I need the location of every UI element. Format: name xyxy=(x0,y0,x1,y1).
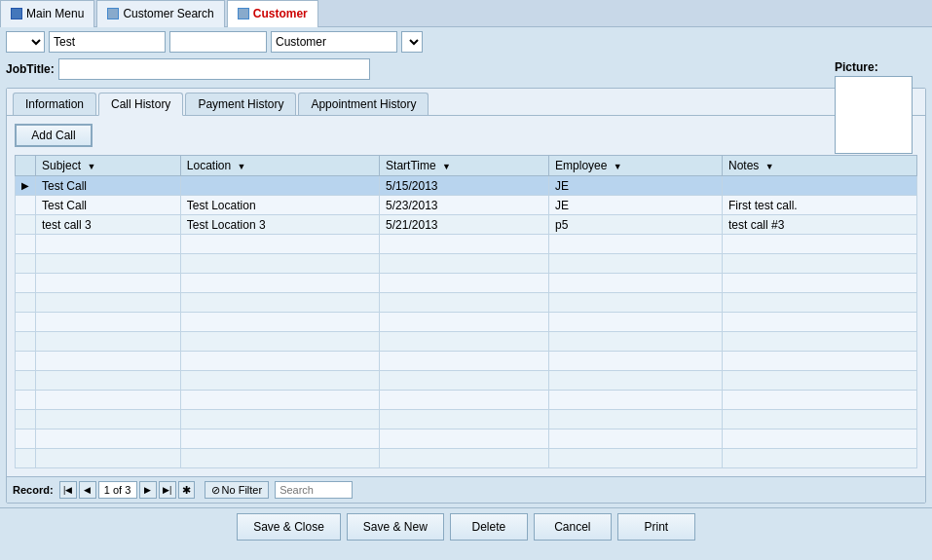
cell-employee: p5 xyxy=(549,215,723,235)
starttime-sort-icon: ▼ xyxy=(442,162,451,171)
row-indicator: ▶ xyxy=(16,176,36,196)
nav-next-button[interactable]: ▶ xyxy=(139,481,157,499)
tab-appointment-history-label: Appointment History xyxy=(311,97,416,111)
cell-starttime: 5/15/2013 xyxy=(380,176,549,196)
cell-notes xyxy=(723,176,917,196)
empty-row xyxy=(16,352,917,371)
tab-call-history-label: Call History xyxy=(111,97,170,111)
cell-notes: test call #3 xyxy=(723,215,917,235)
empty-row xyxy=(16,332,917,352)
record-nav-label: Record: xyxy=(13,484,54,496)
call-history-content: Add Call Subject ▼ Location ▼ StartTime xyxy=(7,116,925,476)
col-starttime[interactable]: StartTime ▼ xyxy=(380,156,549,176)
col-employee[interactable]: Employee ▼ xyxy=(549,156,723,176)
cell-starttime: 5/23/2013 xyxy=(380,196,549,215)
picture-label: Picture: xyxy=(835,60,913,74)
tab-call-history[interactable]: Call History xyxy=(98,93,183,116)
call-history-table: Subject ▼ Location ▼ StartTime ▼ Employe… xyxy=(15,155,917,468)
bottom-bar: Save & Close Save & New Delete Cancel Pr… xyxy=(0,507,932,544)
tab-customer-label: Customer xyxy=(253,7,308,20)
cell-location: Test Location 3 xyxy=(180,215,379,235)
save-close-button[interactable]: Save & Close xyxy=(237,513,341,541)
customer-icon xyxy=(238,8,249,19)
tab-strip: Information Call History Payment History… xyxy=(7,89,925,116)
nav-first-button[interactable]: |◀ xyxy=(59,481,77,499)
cancel-button[interactable]: Cancel xyxy=(534,513,612,541)
empty-row xyxy=(16,293,917,313)
location-sort-icon: ▼ xyxy=(238,162,246,171)
record-current-input[interactable] xyxy=(98,481,137,499)
title-bar: Main Menu Customer Search Customer xyxy=(0,0,932,27)
tab-payment-history-label: Payment History xyxy=(198,97,283,111)
picture-box xyxy=(835,76,913,154)
inner-card: Information Call History Payment History… xyxy=(6,88,926,504)
customer-type-select[interactable]: ▼ xyxy=(401,31,423,53)
filter-button[interactable]: ⊘ No Filter xyxy=(205,481,270,499)
cell-subject: test call 3 xyxy=(36,215,181,235)
empty-row xyxy=(16,274,917,293)
nav-prev-button[interactable]: ◀ xyxy=(79,481,96,499)
tab-information-label: Information xyxy=(25,97,84,111)
col-notes[interactable]: Notes ▼ xyxy=(723,156,917,176)
table-row[interactable]: test call 3 Test Location 3 5/21/2013 p5… xyxy=(16,215,917,235)
form-top-row1: ▼ xyxy=(0,27,932,56)
name-prefix-select[interactable] xyxy=(6,31,45,53)
empty-row xyxy=(16,449,917,468)
cell-starttime: 5/21/2013 xyxy=(380,215,549,235)
employee-sort-icon: ▼ xyxy=(614,162,622,171)
record-search-input[interactable] xyxy=(275,481,353,499)
empty-row xyxy=(16,235,917,254)
subject-sort-icon: ▼ xyxy=(87,162,95,171)
nav-last-button[interactable]: ▶| xyxy=(159,481,176,499)
cell-notes: First test call. xyxy=(723,196,917,215)
save-new-button[interactable]: Save & New xyxy=(347,513,444,541)
add-call-button[interactable]: Add Call xyxy=(15,124,93,147)
tab-payment-history[interactable]: Payment History xyxy=(185,93,296,115)
tab-customer-search[interactable]: Customer Search xyxy=(96,0,224,27)
tab-appointment-history[interactable]: Appointment History xyxy=(298,93,429,115)
col-location[interactable]: Location ▼ xyxy=(180,156,379,176)
tab-information[interactable]: Information xyxy=(13,93,96,115)
col-indicator xyxy=(16,156,36,176)
nav-new-button[interactable]: ✱ xyxy=(178,481,195,499)
empty-row xyxy=(16,410,917,429)
jobtitle-label: JobTitle: xyxy=(6,62,55,76)
customer-search-icon xyxy=(107,8,119,19)
row-indicator xyxy=(16,196,36,215)
empty-row xyxy=(16,391,917,410)
cell-location: Test Location xyxy=(180,196,379,215)
delete-button[interactable]: Delete xyxy=(450,513,528,541)
filter-label: No Filter xyxy=(222,484,263,496)
top-section: ▼ JobTitle: Picture: xyxy=(0,27,932,84)
cell-location xyxy=(180,176,379,196)
tab-customer[interactable]: Customer xyxy=(227,0,318,27)
tab-main-menu[interactable]: Main Menu xyxy=(0,0,94,27)
empty-row xyxy=(16,371,917,391)
cell-subject: Test Call xyxy=(36,196,181,215)
tab-customer-search-label: Customer Search xyxy=(123,7,213,20)
cell-subject: Test Call xyxy=(36,176,181,196)
first-name-input[interactable] xyxy=(49,31,166,53)
col-subject[interactable]: Subject ▼ xyxy=(36,156,181,176)
notes-sort-icon: ▼ xyxy=(765,162,774,171)
empty-row xyxy=(16,254,917,274)
form-jobtitle-row: JobTitle: xyxy=(0,56,932,84)
table-row[interactable]: Test Call Test Location 5/23/2013 JE Fir… xyxy=(16,196,917,215)
jobtitle-input[interactable] xyxy=(58,58,370,80)
tab-main-menu-label: Main Menu xyxy=(26,7,84,20)
customer-type-input[interactable] xyxy=(271,31,397,53)
cell-employee: JE xyxy=(549,196,723,215)
empty-row xyxy=(16,429,917,449)
picture-container: Picture: xyxy=(835,60,913,154)
table-row[interactable]: ▶ Test Call 5/15/2013 JE xyxy=(16,176,917,196)
cell-employee: JE xyxy=(549,176,723,196)
main-menu-icon xyxy=(11,8,22,19)
print-button[interactable]: Print xyxy=(617,513,695,541)
record-nav: Record: |◀ ◀ ▶ ▶| ✱ ⊘ No Filter xyxy=(7,476,925,503)
row-indicator xyxy=(16,215,36,235)
empty-row xyxy=(16,313,917,332)
middle-name-input[interactable] xyxy=(169,31,267,53)
filter-icon: ⊘ xyxy=(211,484,220,497)
